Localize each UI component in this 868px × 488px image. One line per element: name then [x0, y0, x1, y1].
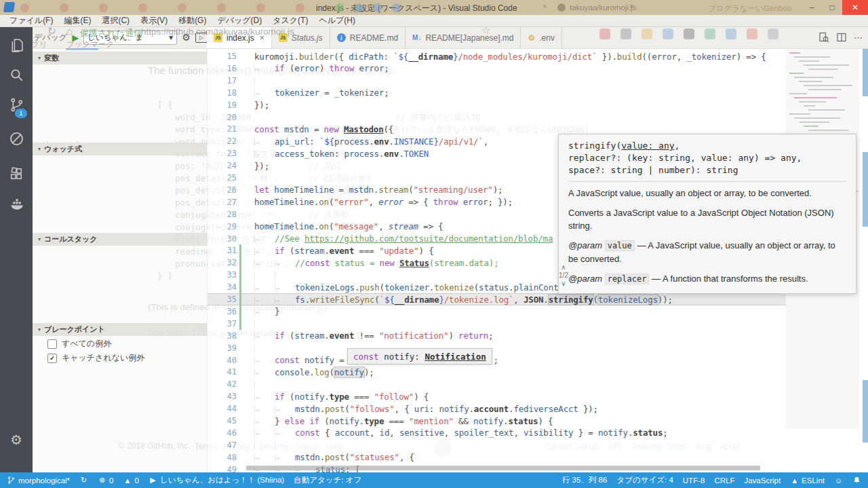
menu-item-E[interactable]: 編集(E): [58, 15, 96, 26]
ghost-browser-button: プログラなーいGenboo: [708, 3, 791, 14]
activity-bar-extensions-icon[interactable]: [0, 162, 33, 189]
minimize-button[interactable]: –: [802, 0, 822, 15]
ghost-extension-icon: [705, 29, 715, 39]
menu-item-C[interactable]: 選択(C): [96, 15, 135, 26]
ghost-browser-tab-icon: [335, 3, 344, 12]
status-item-label: CRLF: [714, 476, 734, 485]
tooltip-body: A JavaScript value, usually an object or…: [568, 187, 846, 294]
status-item-feedback[interactable]: ☺: [834, 476, 843, 485]
menu-item-T[interactable]: タスク(T): [267, 15, 313, 26]
ghost-extension-icon: [768, 29, 778, 39]
status-item-encoding[interactable]: UTF-8: [683, 476, 705, 485]
status-bar: morphological*↻⊗0▲0▶しいちゃん、おはよっ！！ (Shiina…: [0, 472, 868, 488]
status-item-eol[interactable]: CRLF: [714, 476, 734, 485]
ghost-browser-tab-icon: [178, 3, 186, 12]
menu-item-D[interactable]: デバッグ(D): [212, 15, 267, 26]
tooltip-divider: [568, 181, 846, 182]
status-item-notifications-bell[interactable]: [852, 476, 861, 485]
activity-bar-search-icon[interactable]: [0, 62, 33, 90]
ghost-extension-icon: [599, 29, 610, 39]
activity-bar-settings[interactable]: ⚙: [0, 426, 33, 453]
window-controls: – □ ✕: [802, 0, 868, 15]
ghost-browser-tab-icon: [60, 3, 68, 12]
ghost-browser-tab-icon: [256, 3, 265, 12]
ghost-browser-tab-icon: [354, 3, 363, 12]
ghost-browser-tab-icon: [373, 3, 382, 12]
menu-item-G[interactable]: 移動(G): [173, 15, 212, 26]
status-item-sync-status[interactable]: ↻: [79, 476, 88, 485]
tooltip-paragraph: A JavaScript value, usually an object or…: [568, 187, 846, 200]
ghost-browser-tab-icon: [20, 3, 29, 12]
pager-down-icon[interactable]: ∨: [561, 280, 566, 288]
status-item-eslint-status[interactable]: ▲ESLint: [790, 476, 825, 485]
menu-item-F[interactable]: ファイル(F): [4, 15, 58, 26]
activity-bar: 1⚙: [0, 27, 33, 472]
ghost-extension-icon: [620, 29, 631, 39]
status-item-label: 0: [134, 476, 138, 485]
explorer-icon: [8, 37, 25, 56]
tooltip-signature-line: space?: string | number): string: [568, 164, 846, 176]
tooltip-signature-line: stringify(value: any,: [568, 140, 846, 152]
status-item-git-branch-status[interactable]: morphological*: [7, 476, 70, 485]
menu-item-H[interactable]: ヘルプ(H): [313, 15, 361, 26]
ghost-browser-tab-label: takuyaa/kuromoji.js: [570, 3, 636, 12]
tooltip-paragraph: @param replacer — A function that transf…: [568, 272, 846, 286]
status-item-label: ESLint: [802, 476, 825, 485]
extensions-icon: [8, 166, 25, 185]
pager-up-icon[interactable]: ∧: [561, 263, 566, 271]
smiley-icon: ☺: [834, 476, 843, 485]
status-item-auto-attach-status[interactable]: 自動アタッチ: オフ: [294, 475, 361, 485]
scm-badge: 1: [15, 109, 27, 118]
ghost-browser-tab-icon: [392, 3, 401, 12]
ghost-extension-icon: [684, 29, 694, 39]
tooltip-signature-line: replacer?: (key: string, value: any) => …: [568, 152, 846, 164]
ghost-tab-close-icon: ×: [542, 2, 547, 10]
branch-icon: [7, 476, 16, 485]
status-item-warning-count[interactable]: ▲0: [123, 476, 138, 485]
search-icon: [8, 67, 25, 86]
window-title: index.js - 未設定 (ワークスペース) - Visual Studio…: [316, 3, 517, 14]
close-button[interactable]: ✕: [842, 0, 868, 15]
ghost-browser-tab-icon: [217, 3, 226, 12]
bell-icon: [852, 476, 861, 485]
status-item-label: UTF-8: [683, 476, 705, 485]
status-item-language-mode[interactable]: JavaScript: [744, 476, 781, 485]
activity-bar-debug-icon[interactable]: [0, 126, 33, 153]
debug-icon: [8, 130, 25, 150]
ghost-browser-tab-icon: [99, 3, 108, 12]
activity-bar-explorer-icon[interactable]: [0, 33, 33, 60]
menu-bar: ファイル(F)編集(E)選択(C)表示(V)移動(G)デバッグ(D)タスク(T)…: [0, 15, 868, 27]
error-icon: ⊗: [98, 476, 106, 485]
ghost-text: 保護された通信: [80, 27, 142, 39]
pager-label: 1/2: [559, 271, 568, 280]
tooltip-paragraph: @param value — A JavaScript value, usual…: [568, 239, 846, 265]
status-item-label: タブのサイズ: 4: [616, 475, 673, 485]
status-item-tab-size[interactable]: タブのサイズ: 4: [616, 475, 673, 485]
status-item-debug-launch-status[interactable]: ▶しいちゃん、おはよっ！！ (Shiina): [149, 475, 284, 485]
menu-item-V[interactable]: 表示(V): [135, 15, 173, 26]
hover-tooltip: stringify(value: any,replacer?: (key: st…: [558, 134, 856, 294]
maximize-button[interactable]: □: [822, 0, 842, 15]
tooltip-paragraph: @param space — Adds indentation, white s…: [568, 293, 846, 294]
status-item-error-count[interactable]: ⊗0: [98, 476, 113, 485]
ghost-extension-icon: [642, 29, 652, 39]
tooltip-signature: stringify(value: any,replacer?: (key: st…: [568, 140, 846, 176]
vscode-logo-icon: [3, 2, 15, 12]
play-icon: ▶: [149, 476, 157, 485]
status-bar-left: morphological*↻⊗0▲0▶しいちゃん、おはよっ！！ (Shiina…: [7, 475, 361, 485]
ghost-browser-tab-icon: [138, 3, 147, 12]
ghost-underline: [66, 48, 98, 50]
status-item-cursor-position[interactable]: 行 35、列 86: [562, 475, 607, 485]
settings-gear-icon: ⚙: [10, 432, 22, 448]
activity-bar-source-control-icon[interactable]: 1: [0, 92, 33, 119]
activity-bar-docker-icon[interactable]: [0, 191, 33, 219]
status-item-label: 行 35、列 86: [562, 475, 607, 485]
warning-icon: ▲: [123, 476, 132, 485]
status-bar-right: 行 35、列 86タブのサイズ: 4UTF-8CRLFJavaScript▲ES…: [562, 475, 861, 485]
status-item-label: JavaScript: [744, 476, 781, 485]
hover-pager[interactable]: ∧1/2∨: [556, 263, 571, 290]
warning-icon: ▲: [790, 476, 799, 485]
ghost-octocat-icon: [557, 3, 566, 12]
ghost-tab-close-icon: ×: [629, 2, 633, 10]
status-item-label: 0: [109, 476, 113, 485]
